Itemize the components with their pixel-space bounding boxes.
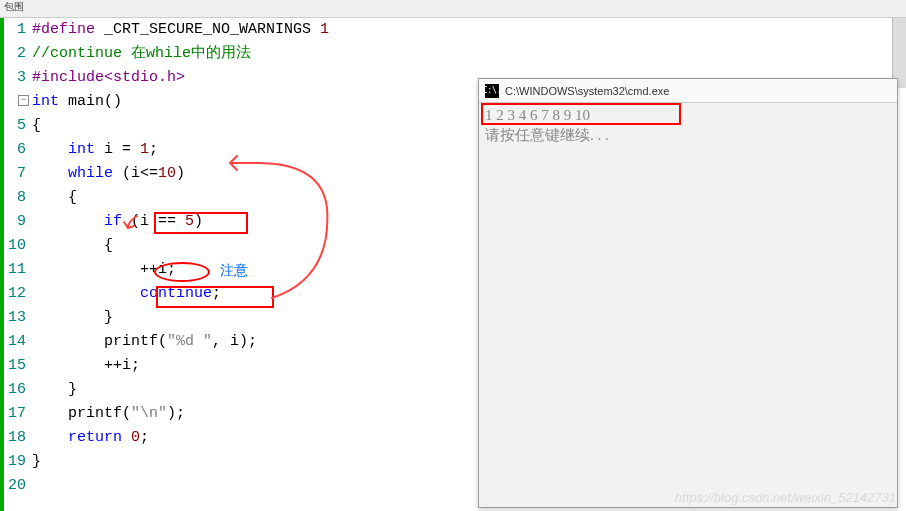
line-number: 20 — [4, 474, 26, 498]
line-number-gutter: 1 2 3 4 5 6 7 8 9 10 11 12 13 14 15 16 1… — [4, 18, 32, 511]
line-number: 9 — [4, 210, 26, 234]
console-output: 1 2 3 4 6 7 8 9 10 — [485, 107, 891, 124]
line-number: 18 — [4, 426, 26, 450]
console-title: C:\WINDOWS\system32\cmd.exe — [505, 85, 669, 97]
console-prompt: 请按任意键继续. . . — [485, 126, 891, 145]
cmd-icon: C:\. — [485, 84, 499, 98]
tab-label[interactable]: 包围 — [4, 2, 24, 13]
line-number: 12 — [4, 282, 26, 306]
line-number: 16 — [4, 378, 26, 402]
line-number: 6 — [4, 138, 26, 162]
console-window[interactable]: C:\. C:\WINDOWS\system32\cmd.exe 1 2 3 4… — [478, 78, 898, 508]
watermark: https://blog.csdn.net/weixin_52142731 — [675, 490, 896, 505]
console-titlebar[interactable]: C:\. C:\WINDOWS\system32\cmd.exe — [479, 79, 897, 103]
line-number: 14 — [4, 330, 26, 354]
line-number: 10 — [4, 234, 26, 258]
console-body: 1 2 3 4 6 7 8 9 10 请按任意键继续. . . — [479, 103, 897, 151]
fold-collapse-icon[interactable]: − — [18, 95, 29, 106]
line-number: 8 — [4, 186, 26, 210]
line-number: 3 — [4, 66, 26, 90]
line-number: 5 — [4, 114, 26, 138]
line-number: 19 — [4, 450, 26, 474]
line-number: 11 — [4, 258, 26, 282]
line-number: 17 — [4, 402, 26, 426]
code-line-2[interactable]: //continue 在while中的用法 — [32, 42, 906, 66]
code-line-1[interactable]: #define _CRT_SECURE_NO_WARNINGS 1 — [32, 18, 906, 42]
line-number: 7 — [4, 162, 26, 186]
line-number: 15 — [4, 354, 26, 378]
line-number: 1 — [4, 18, 26, 42]
line-number: 2 — [4, 42, 26, 66]
editor-tab-header: 包围 — [0, 0, 906, 18]
line-number: 13 — [4, 306, 26, 330]
